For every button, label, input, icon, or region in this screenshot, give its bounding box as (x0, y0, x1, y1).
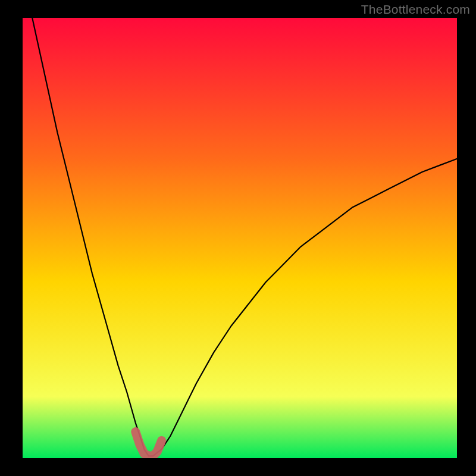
chart-frame: TheBottleneck.com (0, 0, 476, 476)
watermark-text: TheBottleneck.com (361, 2, 470, 17)
gradient-background (23, 18, 457, 458)
bottleneck-chart (23, 18, 457, 458)
plot-area (23, 18, 457, 458)
